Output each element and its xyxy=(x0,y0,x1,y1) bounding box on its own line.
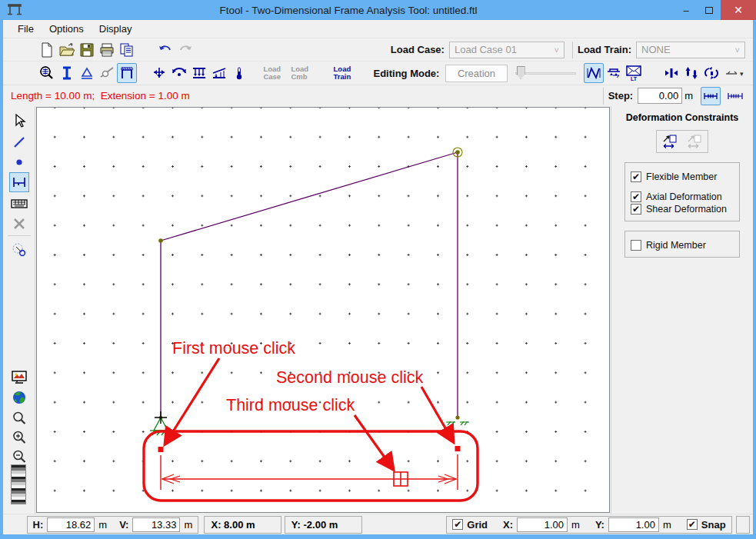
node-base-right[interactable] xyxy=(455,415,459,419)
fit-vertical-button[interactable] xyxy=(681,63,701,83)
envelope-label: LT xyxy=(631,76,638,82)
measure-options-button[interactable]: ▾ xyxy=(721,63,748,83)
load-train-label: Load Train: xyxy=(578,44,631,55)
influence-line-button[interactable] xyxy=(584,63,604,83)
h-unit: m xyxy=(98,519,107,531)
load-train-mode-button[interactable]: LoadTrain xyxy=(328,63,356,83)
temperature-load-button[interactable] xyxy=(229,63,249,83)
status-message: Length = 10.00 m; Extension = 1.00 m xyxy=(3,90,190,101)
transform-tool-button[interactable] xyxy=(9,240,29,260)
node-tool-button[interactable] xyxy=(9,152,29,172)
grid-checkbox[interactable]: ✔ xyxy=(452,519,463,530)
snap-checkbox[interactable]: ✔ xyxy=(687,519,698,530)
load-cmb-mode-button[interactable]: LoadCmb xyxy=(286,63,314,83)
slider-thumb[interactable] xyxy=(517,66,525,79)
globe-icon xyxy=(12,390,27,405)
zoom-window-button[interactable] xyxy=(9,408,29,428)
deformation-panel: Deformation Constraints ✔ Flexible Membe… xyxy=(611,106,753,514)
shear-deformation-checkbox[interactable]: ✔ xyxy=(631,204,641,215)
thermometer-icon xyxy=(235,65,244,81)
copy-icon xyxy=(118,42,135,58)
load-train-select[interactable]: NONE ˅ xyxy=(636,42,745,58)
dimension-coarse-icon xyxy=(703,92,718,100)
delete-tool-button[interactable] xyxy=(9,214,29,234)
load-case-value: Load Case 01 xyxy=(455,44,517,55)
menu-display[interactable]: Display xyxy=(92,21,139,37)
uniform-load-button[interactable] xyxy=(189,63,209,83)
dimension-style-b-button[interactable] xyxy=(725,87,745,105)
flexible-member-row[interactable]: ✔ Flexible Member xyxy=(631,171,734,182)
display-options-button[interactable] xyxy=(9,368,29,388)
step-input[interactable] xyxy=(638,88,682,104)
v-input[interactable] xyxy=(132,517,180,532)
nodal-load-button[interactable] xyxy=(149,63,169,83)
redo-button[interactable] xyxy=(175,40,195,60)
save-button[interactable] xyxy=(77,40,97,60)
rotate-view-button[interactable] xyxy=(701,63,721,83)
highlight-rounded-box xyxy=(144,431,478,501)
dimension-mode-button[interactable] xyxy=(117,63,137,83)
copy-properties-disabled-icon xyxy=(687,134,702,149)
section-properties-button[interactable] xyxy=(57,63,77,83)
fit-horizontal-icon xyxy=(663,67,680,79)
rigid-member-row[interactable]: Rigid Member xyxy=(631,240,734,251)
menu-file[interactable]: File xyxy=(11,21,41,37)
copy-button[interactable] xyxy=(117,40,137,60)
print-button[interactable] xyxy=(97,40,117,60)
keyboard-tool-button[interactable] xyxy=(9,194,29,214)
moment-load-button[interactable] xyxy=(169,63,189,83)
toolbar-file: Load Case: Load Case 01 ˅ Load Train: NO… xyxy=(3,38,753,62)
node-top-left[interactable] xyxy=(158,238,163,243)
load-train-value: NONE xyxy=(641,44,671,55)
results-scale-slider[interactable] xyxy=(515,65,577,81)
member-tool-button[interactable] xyxy=(9,132,29,152)
load-case-select[interactable]: Load Case 01 ˅ xyxy=(449,42,565,58)
new-file-button[interactable] xyxy=(37,40,57,60)
hv-group: H: m V: m xyxy=(27,516,199,534)
load-cmb-mode-label: LoadCmb xyxy=(291,65,308,81)
zoom-model-button[interactable] xyxy=(37,63,57,83)
envelope-button[interactable]: LT xyxy=(624,63,644,83)
monitor-icon xyxy=(11,371,28,384)
hinge-button[interactable] xyxy=(97,63,117,83)
flexible-member-checkbox[interactable]: ✔ xyxy=(631,171,641,182)
load-case-mode-button[interactable]: LoadCase xyxy=(258,63,286,83)
rigid-member-checkbox[interactable] xyxy=(631,240,641,251)
grid-label: Grid xyxy=(467,519,488,531)
window-title: Ftool - Two-Dimensional Frame Analysis T… xyxy=(22,5,674,16)
open-file-button[interactable] xyxy=(57,40,77,60)
undo-button[interactable] xyxy=(155,40,175,60)
linear-load-button[interactable] xyxy=(209,63,229,83)
node-top-right[interactable] xyxy=(455,150,460,155)
axial-deformation-row[interactable]: ✔ Axial Deformation xyxy=(631,191,734,202)
menu-options[interactable]: Options xyxy=(42,21,91,37)
grid-y-input[interactable] xyxy=(608,517,659,532)
apply-constraints-disabled-button[interactable] xyxy=(684,132,705,151)
apply-constraints-button[interactable] xyxy=(659,132,681,151)
beam-member[interactable] xyxy=(161,152,458,241)
minimize-button[interactable]: – xyxy=(674,0,698,20)
panel-title: Deformation Constraints xyxy=(611,112,753,123)
h-input[interactable] xyxy=(47,517,95,532)
dimension-style-a-button[interactable] xyxy=(701,87,721,105)
select-tool-button[interactable] xyxy=(9,111,29,131)
fit-horizontal-button[interactable] xyxy=(661,63,681,83)
grayscale-scale-bar[interactable] xyxy=(11,464,26,504)
creation-mode-button[interactable]: Creation xyxy=(445,65,507,82)
axial-deformation-checkbox[interactable]: ✔ xyxy=(631,191,641,202)
maximize-button[interactable] xyxy=(698,0,721,20)
support-button[interactable] xyxy=(77,63,97,83)
close-button[interactable]: ✕ xyxy=(721,0,756,20)
maximize-icon xyxy=(705,7,713,14)
dimension-tool-button[interactable] xyxy=(9,172,29,192)
grid-x-label: X: xyxy=(503,519,513,531)
save-icon xyxy=(79,42,95,58)
magnifier-icon xyxy=(12,411,27,426)
world-view-button[interactable] xyxy=(9,388,29,408)
linear-load-icon xyxy=(210,65,228,81)
shear-deformation-row[interactable]: ✔ Shear Deformation xyxy=(631,204,734,215)
model-canvas[interactable]: First mouse click Second mouse click Thi… xyxy=(36,107,610,513)
load-train-position-button[interactable] xyxy=(604,63,624,83)
zoom-in-button[interactable] xyxy=(9,428,29,448)
grid-x-input[interactable] xyxy=(517,517,568,532)
